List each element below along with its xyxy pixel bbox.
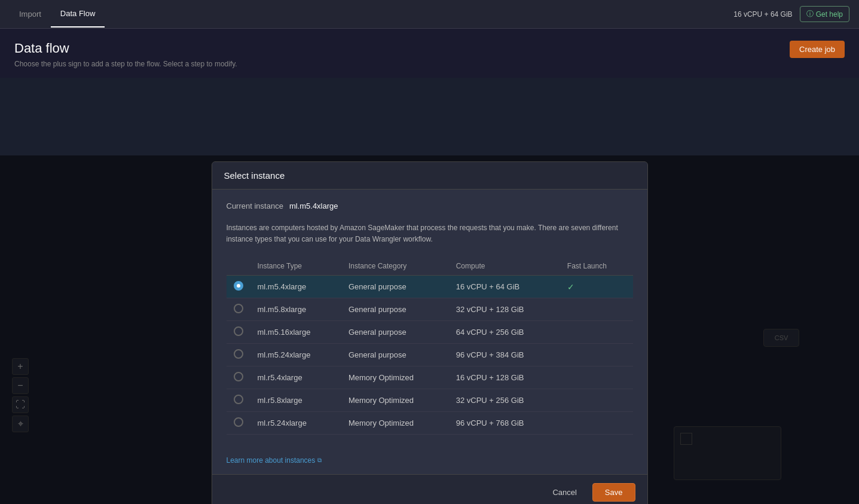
cancel-button[interactable]: Cancel bbox=[543, 483, 586, 502]
instance-category-cell: General purpose bbox=[341, 276, 449, 298]
radio-cell[interactable] bbox=[227, 321, 250, 344]
compute-cell: 64 vCPU + 256 GiB bbox=[449, 321, 560, 344]
compute-cell: 96 vCPU + 768 GiB bbox=[449, 412, 560, 435]
col-fast-launch: Fast Launch bbox=[560, 257, 633, 276]
compute-cell: 32 vCPU + 128 GiB bbox=[449, 298, 560, 321]
save-button[interactable]: Save bbox=[592, 483, 635, 502]
radio-cell[interactable] bbox=[227, 276, 250, 298]
modal-body: Current instance ml.m5.4xlarge Instances… bbox=[212, 190, 647, 447]
external-link-icon: ⧉ bbox=[317, 457, 322, 464]
instance-type-cell: ml.m5.16xlarge bbox=[250, 321, 341, 344]
tab-import[interactable]: Import bbox=[10, 1, 51, 27]
fast-launch-cell bbox=[560, 298, 633, 321]
col-instance-type: Instance Type bbox=[250, 257, 341, 276]
compute-cell: 16 vCPU + 128 GiB bbox=[449, 366, 560, 389]
current-instance-value: ml.m5.4xlarge bbox=[289, 201, 338, 210]
modal-title: Select instance bbox=[224, 170, 635, 181]
col-radio bbox=[227, 257, 250, 276]
compute-cell: 96 vCPU + 384 GiB bbox=[449, 344, 560, 366]
fast-launch-cell bbox=[560, 366, 633, 389]
instance-category-cell: Memory Optimized bbox=[341, 412, 449, 435]
instance-type-cell: ml.r5.8xlarge bbox=[250, 389, 341, 412]
radio-cell[interactable] bbox=[227, 389, 250, 412]
radio-button[interactable] bbox=[234, 304, 243, 313]
nav-right: 16 vCPU + 64 GiB ⓘ Get help bbox=[733, 6, 849, 22]
instance-category-cell: Memory Optimized bbox=[341, 366, 449, 389]
col-instance-category: Instance Category bbox=[341, 257, 449, 276]
instance-category-cell: General purpose bbox=[341, 344, 449, 366]
current-instance-row: Current instance ml.m5.4xlarge bbox=[227, 201, 633, 210]
modal-footer-link: Learn more about instances ⧉ bbox=[212, 447, 647, 474]
table-row[interactable]: ml.r5.24xlargeMemory Optimized96 vCPU + … bbox=[227, 412, 633, 435]
create-job-button[interactable]: Create job bbox=[790, 41, 845, 58]
description-text: Instances are computers hosted by Amazon… bbox=[227, 222, 633, 245]
instance-type-cell: ml.m5.4xlarge bbox=[250, 276, 341, 298]
page-subtitle: Choose the plus sign to add a step to th… bbox=[14, 60, 845, 68]
tab-dataflow[interactable]: Data Flow bbox=[51, 1, 105, 28]
instance-category-cell: General purpose bbox=[341, 321, 449, 344]
radio-button[interactable] bbox=[234, 417, 243, 427]
table-row[interactable]: ml.m5.8xlargeGeneral purpose32 vCPU + 12… bbox=[227, 298, 633, 321]
fast-launch-cell bbox=[560, 389, 633, 412]
canvas-area: CSV + − ⛶ ⌖ Select instance Current inst… bbox=[0, 78, 859, 504]
table-row[interactable]: ml.m5.24xlargeGeneral purpose96 vCPU + 3… bbox=[227, 344, 633, 366]
radio-button[interactable] bbox=[234, 372, 243, 381]
learn-more-label: Learn more about instances bbox=[227, 456, 316, 465]
modal-actions: Cancel Save bbox=[212, 474, 647, 504]
get-help-button[interactable]: ⓘ Get help bbox=[800, 6, 849, 22]
radio-cell[interactable] bbox=[227, 344, 250, 366]
radio-button[interactable] bbox=[234, 281, 243, 291]
current-instance-label: Current instance bbox=[227, 201, 283, 210]
top-nav: Import Data Flow 16 vCPU + 64 GiB ⓘ Get … bbox=[0, 0, 859, 29]
radio-button[interactable] bbox=[234, 349, 243, 359]
instance-category-cell: Memory Optimized bbox=[341, 389, 449, 412]
radio-cell[interactable] bbox=[227, 298, 250, 321]
radio-button[interactable] bbox=[234, 326, 243, 336]
fast-launch-cell bbox=[560, 344, 633, 366]
table-row[interactable]: ml.m5.16xlargeGeneral purpose64 vCPU + 2… bbox=[227, 321, 633, 344]
table-row[interactable]: ml.r5.8xlargeMemory Optimized32 vCPU + 2… bbox=[227, 389, 633, 412]
learn-more-link[interactable]: Learn more about instances ⧉ bbox=[227, 456, 633, 465]
question-icon: ⓘ bbox=[806, 9, 814, 19]
col-compute: Compute bbox=[449, 257, 560, 276]
compute-cell: 32 vCPU + 256 GiB bbox=[449, 389, 560, 412]
radio-button[interactable] bbox=[234, 395, 243, 404]
instance-category-cell: General purpose bbox=[341, 298, 449, 321]
page-title: Data flow bbox=[14, 41, 845, 56]
fast-launch-cell: ✓ bbox=[560, 276, 633, 298]
checkmark-icon: ✓ bbox=[567, 282, 574, 292]
instance-badge: 16 vCPU + 64 GiB bbox=[733, 10, 792, 19]
select-instance-dialog: Select instance Current instance ml.m5.4… bbox=[212, 161, 648, 504]
modal-overlay: Select instance Current instance ml.m5.4… bbox=[0, 155, 859, 504]
instance-type-cell: ml.m5.24xlarge bbox=[250, 344, 341, 366]
modal-header: Select instance bbox=[212, 162, 647, 190]
radio-cell[interactable] bbox=[227, 366, 250, 389]
instance-type-cell: ml.r5.4xlarge bbox=[250, 366, 341, 389]
instance-type-cell: ml.r5.24xlarge bbox=[250, 412, 341, 435]
compute-cell: 16 vCPU + 64 GiB bbox=[449, 276, 560, 298]
instance-type-cell: ml.m5.8xlarge bbox=[250, 298, 341, 321]
radio-cell[interactable] bbox=[227, 412, 250, 435]
table-row[interactable]: ml.r5.4xlargeMemory Optimized16 vCPU + 1… bbox=[227, 366, 633, 389]
fast-launch-cell bbox=[560, 321, 633, 344]
fast-launch-cell bbox=[560, 412, 633, 435]
instance-table: Instance Type Instance Category Compute … bbox=[227, 257, 633, 435]
table-row[interactable]: ml.m5.4xlargeGeneral purpose16 vCPU + 64… bbox=[227, 276, 633, 298]
